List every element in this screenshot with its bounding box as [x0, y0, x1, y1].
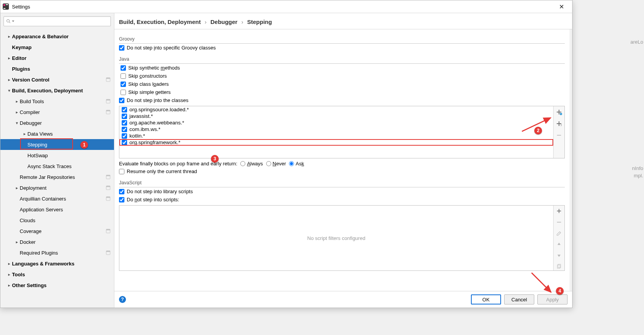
add-pattern-icon[interactable]: ? [555, 119, 563, 128]
sidebar-item-version-control[interactable]: ▸Version Control [0, 74, 114, 85]
sidebar-item-label: Tools [12, 272, 111, 277]
svg-rect-13 [106, 175, 110, 176]
sidebar-item-build-tools[interactable]: ▸Build Tools [0, 96, 114, 107]
svg-point-4 [7, 20, 10, 22]
add-icon[interactable] [555, 207, 563, 215]
move-up-icon[interactable] [555, 240, 563, 248]
project-scope-icon [105, 228, 111, 234]
java-check-skip-simple-getters[interactable]: Skip simple getters [119, 88, 565, 96]
chevron-right-icon: ▸ [22, 131, 27, 136]
close-button[interactable]: ✕ [553, 3, 570, 10]
class-filter-list[interactable]: org.springsource.loaded.*javassist.*org.… [119, 106, 553, 158]
sidebar-item-editor[interactable]: ▸Editor [0, 53, 114, 63]
js-scripts-checkbox[interactable]: Do not step into scripts: [119, 196, 565, 204]
cancel-button[interactable]: Cancel [504, 294, 534, 304]
java-check-skip-synthetic-methods[interactable]: Skip synthetic methods [119, 64, 565, 72]
class-filter-item-label: com.ibm.ws.* [129, 126, 160, 132]
eval-never-radio[interactable]: Never [266, 161, 286, 167]
svg-text:?: ? [560, 124, 562, 127]
project-scope-icon [105, 185, 111, 190]
sidebar-item-label: Deployment [20, 185, 105, 191]
sidebar-item-other-settings[interactable]: ▸Other Settings [0, 280, 114, 291]
section-groovy: Groovy [119, 34, 565, 44]
class-filter-block: org.springsource.loaded.*javassist.*org.… [119, 106, 565, 158]
svg-rect-9 [106, 99, 110, 100]
project-scope-icon [105, 250, 111, 255]
sidebar-item-label: Debugger [20, 120, 111, 126]
svg-rect-19 [106, 229, 110, 230]
class-filter-toolbar: ? [553, 106, 564, 158]
sidebar-item-remote-jar-repositories[interactable]: Remote Jar Repositories [0, 172, 114, 182]
sidebar-item-deployment[interactable]: ▸Deployment [0, 182, 114, 193]
chevron-right-icon: ▸ [7, 77, 12, 82]
sidebar-item-async-stack-traces[interactable]: Async Stack Traces [0, 161, 114, 172]
sidebar-item-arquillian-containers[interactable]: Arquillian Containers [0, 193, 114, 204]
settings-dialog: Settings ✕ ▸Appearance & BehaviorKeymap▸… [0, 0, 573, 308]
sidebar-item-label: Required Plugins [20, 250, 105, 256]
class-filter-item[interactable]: com.ibm.ws.* [119, 126, 553, 133]
app-icon [3, 3, 9, 10]
java-dontstep-checkbox[interactable]: Do not step into the classes [119, 96, 565, 104]
sidebar-item-hotswap[interactable]: HotSwap [0, 150, 114, 161]
sidebar-item-required-plugins[interactable]: Required Plugins [0, 247, 114, 258]
svg-rect-3 [3, 8, 5, 9]
remove-icon[interactable] [555, 131, 563, 139]
sidebar-item-plugins[interactable]: Plugins [0, 63, 114, 74]
edit-icon[interactable] [555, 229, 563, 237]
help-icon[interactable]: ? [119, 296, 126, 303]
breadcrumb: Build, Execution, Deployment › Debugger … [114, 13, 572, 29]
sidebar-item-stepping[interactable]: Stepping [0, 139, 114, 150]
sidebar-item-data-views[interactable]: ▸Data Views [0, 128, 114, 139]
ok-button[interactable]: OK [471, 294, 501, 304]
remove-icon[interactable] [555, 218, 563, 226]
sidebar-item-appearance-behavior[interactable]: ▸Appearance & Behavior [0, 31, 114, 42]
search-input[interactable] [3, 16, 111, 26]
chevron-right-icon: ▸ [14, 110, 20, 115]
java-check-skip-constructors[interactable]: Skip constructors [119, 72, 565, 80]
class-filter-item[interactable]: org.springsource.loaded.* [119, 106, 553, 113]
class-filter-item-label: org.apache.webbeans.* [129, 120, 184, 126]
sidebar-item-clouds[interactable]: Clouds [0, 215, 114, 226]
sidebar-item-debugger[interactable]: ▾Debugger [0, 117, 114, 128]
script-filter-empty: No script filters configured [119, 206, 553, 270]
js-lib-checkbox[interactable]: Do not step into library scripts [119, 187, 565, 196]
sidebar-item-tools[interactable]: ▸Tools [0, 269, 114, 280]
sidebar-item-build-execution-deployment[interactable]: ▾Build, Execution, Deployment [0, 85, 114, 96]
class-filter-item[interactable]: javassist.* [119, 113, 553, 119]
eval-ask-radio[interactable]: Ask [289, 161, 304, 167]
eval-always-radio[interactable]: Always [240, 161, 263, 167]
sidebar-item-label: Docker [20, 239, 111, 245]
class-filter-item[interactable]: kotlin.* [119, 133, 553, 139]
section-javascript: JavaScript [119, 178, 565, 187]
add-class-icon[interactable] [555, 108, 563, 116]
breadcrumb-item[interactable]: Debugger [211, 19, 238, 25]
sidebar-item-label: Build Tools [20, 99, 105, 104]
sidebar-item-application-servers[interactable]: Application Servers [0, 204, 114, 215]
sidebar-item-compiler[interactable]: ▸Compiler [0, 107, 114, 117]
resume-current-thread-checkbox[interactable]: Resume only the current thread [119, 167, 565, 175]
apply-button[interactable]: Apply [537, 294, 568, 304]
move-down-icon[interactable] [555, 252, 563, 260]
class-filter-item[interactable]: org.springframework.* [119, 139, 553, 146]
annotation-callout-1: 1 [80, 141, 88, 149]
svg-rect-11 [106, 110, 110, 111]
sidebar-item-label: Build, Execution, Deployment [12, 88, 111, 94]
class-filter-item[interactable]: org.apache.webbeans.* [119, 119, 553, 126]
sidebar-item-coverage[interactable]: Coverage [0, 226, 114, 236]
chevron-right-icon: ▸ [7, 261, 12, 266]
project-scope-icon [105, 196, 111, 201]
breadcrumb-item[interactable]: Build, Execution, Deployment [119, 19, 201, 25]
annotation-callout-2: 2 [534, 127, 542, 134]
breadcrumb-item: Stepping [247, 19, 272, 25]
copy-icon[interactable] [555, 262, 563, 270]
sidebar-item-label: Other Settings [12, 282, 111, 288]
sidebar-item-label: Version Control [12, 77, 105, 83]
sidebar-item-docker[interactable]: ▸Docker [0, 236, 114, 247]
chevron-down-icon: ▾ [7, 88, 12, 93]
java-check-skip-class-loaders[interactable]: Skip class loaders [119, 80, 565, 88]
sidebar-item-languages-frameworks[interactable]: ▸Languages & Frameworks [0, 258, 114, 269]
groovy-skip-classes-checkbox[interactable]: Do not step into specific Groovy classes [119, 44, 565, 52]
sidebar-item-label: Coverage [20, 228, 105, 234]
sidebar-item-keymap[interactable]: Keymap [0, 42, 114, 53]
chevron-right-icon: › [205, 19, 207, 25]
